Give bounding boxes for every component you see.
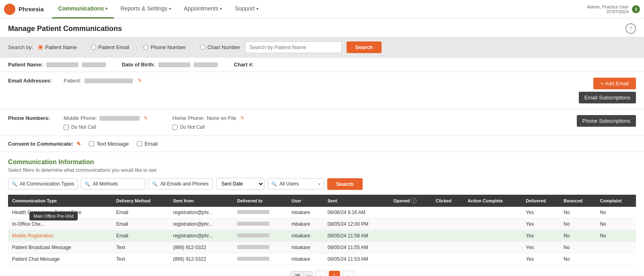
col-opened: Openedi (389, 195, 431, 207)
next-page-button[interactable]: › (343, 271, 354, 276)
search-bar: Search by: Patient Name | Patient Email … (0, 37, 644, 58)
mobile-phone-value (99, 116, 140, 121)
chart-field: Chart #: (234, 62, 254, 68)
email-row: Email Addresses: Patient: ✎ + Add Email … (8, 78, 636, 103)
consent-email-option[interactable]: Email (137, 141, 158, 147)
nav-support[interactable]: Support ▾ (228, 0, 264, 19)
comm-table: Communication Type Delivery Method Sent … (8, 195, 636, 265)
radio-patient-name[interactable]: Patient Name (38, 44, 77, 50)
consent-email-checkbox[interactable] (137, 141, 142, 146)
search-icon: 🔍 (12, 181, 17, 187)
page-1-button[interactable]: 1 (329, 271, 340, 276)
filter-emails-phones[interactable]: 🔍 All Emails and Phones (149, 178, 213, 189)
filter-row: 🔍 All Communication Types 🔍 All Methods … (8, 178, 636, 190)
col-action-complete: Action Complete (464, 195, 522, 207)
per-page-select[interactable]: 25 50 100 (291, 271, 313, 276)
do-not-call-mobile-label: Do Not Call (71, 124, 96, 130)
opened-info-icon[interactable]: i (411, 198, 417, 204)
cell-clicked (431, 218, 464, 230)
radio-chart-number[interactable]: Chart Number (200, 44, 240, 50)
cell-sent: 08/05/24 11:55 AM (324, 242, 390, 253)
cell-delivered: Yes (522, 253, 560, 265)
col-sent: Sent (324, 195, 390, 207)
tooltip-main-office: Main Office Pre-Visit (29, 212, 78, 220)
user-info: Admin, Practice User 07/07/2024 (587, 4, 629, 14)
search-input[interactable] (245, 41, 342, 53)
cell-method: Email (112, 230, 169, 242)
dob-value (158, 62, 190, 67)
nav-reports-settings[interactable]: Reports & Settings ▾ (114, 0, 178, 19)
pagination-row: 25 50 100 ‹ 1 › (8, 265, 636, 276)
email-section: Email Addresses: Patient: ✎ + Add Email … (0, 72, 644, 109)
prev-page-button[interactable]: ‹ (315, 271, 326, 276)
edit-consent-icon[interactable]: ✎ (76, 141, 81, 147)
page-header: Manage Patient Communications ? (0, 19, 644, 37)
cell-sent-from: (866) 912-5322 (169, 242, 233, 253)
filter-users[interactable]: 🔍 All Users ▾ (268, 178, 324, 189)
cell-complaint: No (596, 218, 636, 230)
radio-phone-number[interactable]: Phone Number (143, 44, 186, 50)
dob-label: Date of Birth: (122, 62, 155, 68)
cell-action-complete (464, 230, 522, 242)
do-not-call-home-label: Do Not Call (180, 124, 204, 130)
filter-comm-types[interactable]: 🔍 All Communication Types (8, 178, 78, 189)
cell-method: Text (112, 253, 169, 265)
consent-text-option[interactable]: Text Message (89, 141, 129, 147)
radio-patient-email[interactable]: Patient Email (91, 44, 129, 50)
logo-circle (4, 4, 15, 15)
nav-communications[interactable]: Communications ▾ (52, 0, 114, 19)
chevron-down-icon: ▾ (105, 6, 107, 11)
cell-bounced: No (559, 218, 596, 230)
phone-fields: Mobile Phone: ✎ Do Not Call Home Phone: (64, 115, 577, 130)
phone-row: Phone Numbers: Mobile Phone: ✎ Do Not Ca… (8, 115, 636, 130)
consent-options: Text Message Email (89, 141, 158, 147)
edit-mobile-icon[interactable]: ✎ (144, 115, 148, 121)
do-not-call-mobile-checkbox[interactable] (64, 125, 69, 130)
top-nav: Phreesia Communications ▾ Reports & Sett… (0, 0, 644, 19)
chart-label: Chart #: (234, 62, 254, 68)
home-phone-value: None on File (207, 115, 237, 121)
help-icon[interactable]: ? (625, 23, 636, 34)
cell-sent: 08/05/24 12:00 PM (324, 218, 390, 230)
edit-home-icon[interactable]: ✎ (240, 115, 245, 121)
cell-comm-type: Patient Chat Message (8, 253, 112, 265)
add-email-button[interactable]: + Add Email (593, 78, 636, 89)
cell-method: Email (112, 207, 169, 218)
search-button[interactable]: Search (347, 41, 382, 53)
chevron-down-icon: ▾ (220, 6, 222, 11)
cell-clicked (431, 207, 464, 218)
mobile-phone-group: Mobile Phone: ✎ Do Not Call (64, 115, 148, 130)
patient-name-label: Patient Name: (8, 62, 43, 68)
comm-info-section: Communication Information Select filters… (0, 152, 644, 276)
email-subscriptions-button[interactable]: Email Subscriptions (579, 92, 636, 103)
cell-action-complete (464, 218, 522, 230)
comm-search-button[interactable]: Search (327, 178, 362, 190)
patient-name-value2 (82, 62, 106, 67)
filter-methods[interactable]: 🔍 All Methods (81, 178, 145, 189)
cell-opened (389, 242, 431, 253)
edit-email-icon[interactable]: ✎ (138, 78, 142, 84)
cell-sent: 08/05/24 11:58 AM (324, 230, 390, 242)
cell-opened (389, 218, 431, 230)
notification-badge[interactable]: 3 (632, 5, 640, 13)
cell-comm-type[interactable]: Mobile Registration (8, 230, 112, 242)
col-user: User (287, 195, 324, 207)
cell-opened (389, 253, 431, 265)
consent-text-checkbox[interactable] (89, 141, 94, 146)
phone-subscriptions-button[interactable]: Phone Subscriptions (577, 115, 636, 127)
cell-delivered-to (233, 230, 287, 242)
home-phone-group: Home Phone: None on File ✎ Do Not Call (172, 115, 245, 130)
cell-bounced: No (559, 242, 596, 253)
cell-delivered-to (233, 242, 287, 253)
logo[interactable]: Phreesia (4, 4, 44, 15)
cell-delivered-to (233, 207, 287, 218)
nav-appointments[interactable]: Appointments ▾ (178, 0, 229, 19)
do-not-call-home-checkbox[interactable] (172, 125, 178, 130)
cell-clicked (431, 253, 464, 265)
home-phone-label: Home Phone: (172, 115, 204, 121)
mobile-phone-label: Mobile Phone: (64, 115, 97, 121)
do-not-call-home-row: Do Not Call (172, 124, 245, 130)
do-not-call-mobile-row: Do Not Call (64, 124, 148, 130)
table-row: Health Campaigns: Patient Care Email reg… (8, 207, 636, 218)
filter-date-select[interactable]: Sent Date (216, 178, 264, 190)
